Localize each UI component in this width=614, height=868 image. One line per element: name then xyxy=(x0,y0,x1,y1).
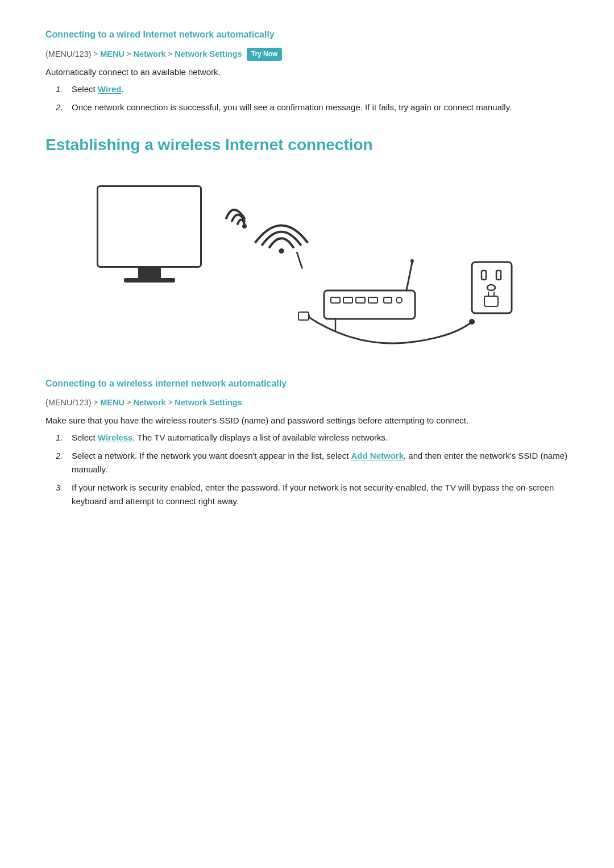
svg-point-1 xyxy=(279,248,284,253)
w-step-2-text: Select a network. If the network you wan… xyxy=(72,449,569,476)
tv-screen xyxy=(97,185,202,268)
wired-step-1: 1. Select Wired. xyxy=(56,82,569,96)
tv-stand-neck xyxy=(138,268,161,278)
wireless-router-icon xyxy=(253,214,310,275)
cable-illustration xyxy=(290,288,489,356)
tv-stand-base xyxy=(124,278,175,283)
w-breadcrumb-arrow2: > xyxy=(127,397,131,409)
svg-rect-22 xyxy=(298,312,309,320)
w-step-1-text: Select Wireless. The TV automatically di… xyxy=(72,431,388,445)
wired-steps-list: 1. Select Wired. 2. Once network connect… xyxy=(56,82,569,114)
wireless-auto-body: Make sure that you have the wireless rou… xyxy=(45,414,569,427)
add-network-link: Add Network xyxy=(351,451,404,460)
wireless-link: Wireless xyxy=(98,433,133,442)
svg-point-5 xyxy=(410,259,414,263)
tv-illustration xyxy=(97,185,202,283)
wireless-breadcrumb: (MENU/123) > MENU > Network > Network Se… xyxy=(45,396,569,409)
wireless-section-title: Establishing a wireless Internet connect… xyxy=(45,132,569,158)
w-step-1-num: 1. xyxy=(56,431,66,445)
breadcrumb-network-settings: Network Settings xyxy=(175,48,242,61)
w-step-3-num: 3. xyxy=(56,481,66,508)
wireless-diagram xyxy=(45,174,569,356)
w-step-2-num: 2. xyxy=(56,449,66,476)
wireless-steps-list: 1. Select Wireless. The TV automatically… xyxy=(56,431,569,508)
w-breadcrumb-arrow1: > xyxy=(94,397,98,409)
breadcrumb-arrow1: > xyxy=(94,48,98,60)
wired-section-title: Connecting to a wired Internet network a… xyxy=(45,27,569,42)
try-now-badge[interactable]: Try Now xyxy=(247,48,283,61)
svg-rect-14 xyxy=(482,271,486,280)
svg-line-4 xyxy=(406,262,412,290)
w-breadcrumb-network-settings: Network Settings xyxy=(175,396,242,409)
svg-point-0 xyxy=(242,224,247,229)
w-breadcrumb-network: Network xyxy=(133,396,165,409)
wireless-step-2: 2. Select a network. If the network you … xyxy=(56,449,569,476)
section-wired: Connecting to a wired Internet network a… xyxy=(45,27,569,114)
wireless-step-1: 1. Select Wireless. The TV automatically… xyxy=(56,431,569,445)
breadcrumb-arrow2: > xyxy=(127,48,131,60)
step-1-text: Select Wired. xyxy=(72,82,124,96)
svg-point-21 xyxy=(469,319,475,325)
w-breadcrumb-arrow3: > xyxy=(168,397,173,409)
wired-step-2: 2. Once network connection is successful… xyxy=(56,101,569,114)
step-1-num: 1. xyxy=(56,82,66,96)
section-wireless-heading: Establishing a wireless Internet connect… xyxy=(45,132,569,158)
breadcrumb-menu123: (MENU/123) xyxy=(45,48,92,61)
wired-body-text: Automatically connect to an available ne… xyxy=(45,65,569,79)
svg-rect-15 xyxy=(496,271,501,280)
breadcrumb-arrow3: > xyxy=(168,48,173,60)
wireless-step-3: 3. If your network is security enabled, … xyxy=(56,481,569,508)
w-step-3-text: If your network is security enabled, ent… xyxy=(72,481,569,508)
breadcrumb-menu: MENU xyxy=(100,48,125,61)
step-2-num: 2. xyxy=(56,101,66,114)
wired-breadcrumb: (MENU/123) > MENU > Network > Network Se… xyxy=(45,48,569,61)
step-2-text: Once network connection is successful, y… xyxy=(72,101,512,114)
w-breadcrumb-menu: MENU xyxy=(100,396,125,409)
wireless-auto-title: Connecting to a wireless internet networ… xyxy=(45,376,569,391)
section-wireless-auto: Connecting to a wireless internet networ… xyxy=(45,376,569,509)
svg-line-2 xyxy=(297,252,302,268)
breadcrumb-network: Network xyxy=(133,48,165,61)
wired-link: Wired xyxy=(98,84,122,94)
w-breadcrumb-menu123: (MENU/123) xyxy=(45,396,92,409)
